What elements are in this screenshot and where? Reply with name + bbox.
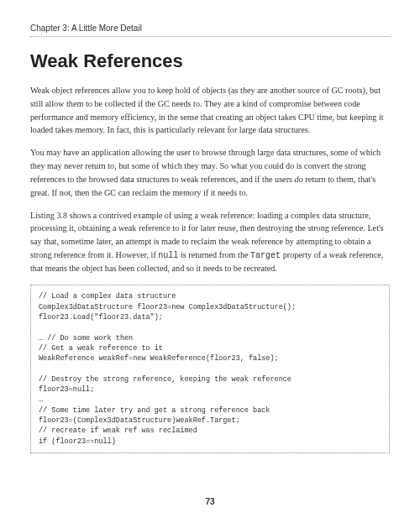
paragraph-2: You may have an application allowing the…	[30, 146, 390, 199]
paragraph-1: Weak object references allow you to keep…	[30, 84, 390, 137]
inline-code-null: null	[158, 251, 178, 260]
code-listing: // Load a complex data structure Complex…	[30, 285, 390, 453]
page-number: 73	[0, 497, 420, 506]
chapter-header: Chapter 3: A Little More Detail	[30, 24, 390, 37]
paragraph-3: Listing 3.8 shows a contrived example of…	[30, 209, 390, 276]
section-title: Weak References	[30, 50, 390, 72]
inline-code-target: Target	[250, 251, 281, 260]
paragraph-3b: is returned from the	[178, 250, 250, 259]
paragraph-2-do: do	[295, 175, 303, 184]
